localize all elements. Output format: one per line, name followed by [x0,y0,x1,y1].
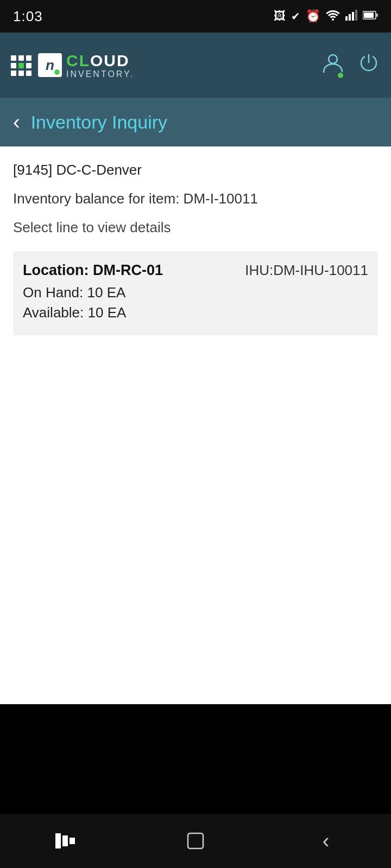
card-on-hand: On Hand: 10 EA [23,284,368,301]
app-header: n CLOUD INVENTORY. [0,33,391,98]
location-id-line: [9145] DC-C-Denver [13,162,378,178]
status-time: 1:03 [13,8,43,25]
photo-icon: 🖼 [274,9,286,23]
power-icon[interactable] [357,52,380,79]
svg-rect-1 [349,14,351,21]
page-title: Inventory Inquiry [31,112,167,133]
check-icon: ✔ [291,10,300,23]
card-available: Available: 10 EA [23,304,368,321]
logo-box: n CLOUD INVENTORY. [38,52,134,79]
user-icon[interactable] [321,52,344,79]
header-right [321,52,380,79]
logo-n-badge: n [38,53,62,77]
battery-icon [363,9,378,23]
nav-back-button[interactable]: ‹ [304,825,348,857]
logo-inventory-text: INVENTORY. [66,69,134,79]
hint-label: Select line to view details [13,219,378,236]
svg-rect-9 [62,835,68,846]
logo-text: CLOUD INVENTORY. [66,52,134,79]
card-ihu: IHU:DM-IHU-10011 [245,262,368,279]
status-bar: 1:03 🖼 ✔ ⏰ [0,0,391,33]
back-button[interactable]: ‹ [13,112,20,132]
svg-rect-3 [355,10,357,21]
card-top-row: Location: DM-RC-01 IHU:DM-IHU-10011 [23,262,368,279]
svg-rect-0 [345,16,348,21]
online-dot [337,72,344,79]
svg-rect-11 [188,833,203,848]
logo-cloud-text: CLOUD [66,52,134,69]
nav-home-button[interactable] [174,825,217,857]
svg-rect-2 [352,12,354,21]
header-left: n CLOUD INVENTORY. [11,52,134,79]
card-location: Location: DM-RC-01 [23,262,163,279]
svg-point-7 [329,55,337,63]
balance-label: Inventory balance for item: DM-I-10011 [13,190,378,207]
wifi-icon [326,9,340,24]
svg-rect-6 [364,12,374,18]
nav-menu-button[interactable] [43,825,87,857]
white-fill [0,335,391,704]
svg-rect-5 [376,14,378,17]
page-header: ‹ Inventory Inquiry [0,98,391,146]
svg-rect-8 [55,833,61,848]
signal-icon [345,9,357,24]
bottom-nav: ‹ [0,814,391,868]
main-content: [9145] DC-C-Denver Inventory balance for… [0,146,391,335]
grid-icon[interactable] [11,55,30,75]
status-icons: 🖼 ✔ ⏰ [274,9,378,24]
inventory-card[interactable]: Location: DM-RC-01 IHU:DM-IHU-10011 On H… [13,251,378,335]
svg-rect-10 [70,838,75,844]
alarm-icon: ⏰ [306,9,320,23]
